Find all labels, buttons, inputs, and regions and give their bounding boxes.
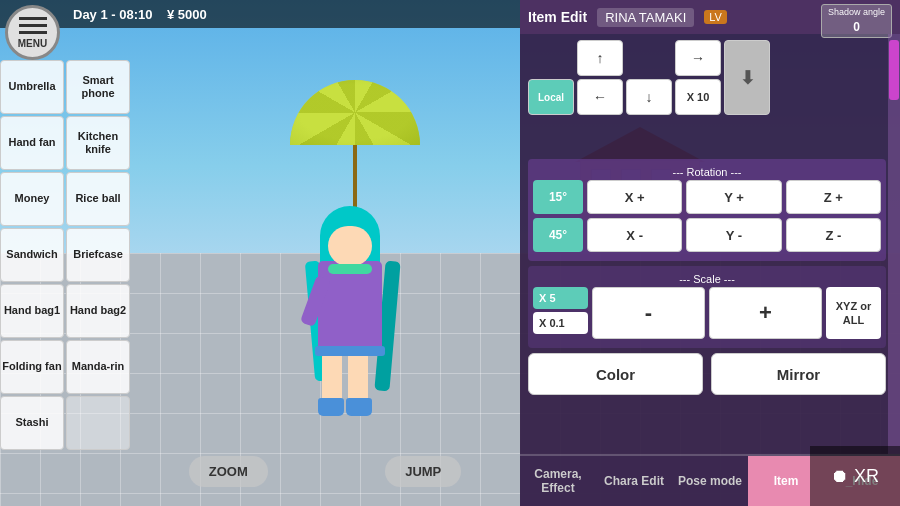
panel-scrollbar[interactable]	[888, 34, 900, 454]
item-row-4: Hand bag1 Hand bag2	[0, 284, 130, 338]
scale-xyz-btn[interactable]: XYZ or ALL	[826, 287, 881, 339]
color-btn[interactable]: Color	[528, 353, 703, 395]
bottom-overlay: ZOOM JUMP	[130, 436, 520, 506]
item-row-3: Sandwich Briefcase	[0, 228, 130, 282]
menu-line-1	[19, 17, 47, 20]
menu-label: MENU	[18, 38, 47, 49]
color-mirror-row: Color Mirror	[528, 353, 886, 395]
scale-controls: X 5 X 0.1 - + XYZ or ALL	[533, 287, 881, 343]
rotation-label: --- Rotation ---	[533, 164, 881, 180]
item-handbag1[interactable]: Hand bag1	[0, 284, 64, 338]
mirror-btn[interactable]: Mirror	[711, 353, 886, 395]
right-panel: Item Edit RINA TAMAKI LV Shadow angle 0 …	[520, 0, 900, 506]
empty-1	[528, 40, 574, 76]
item-empty	[66, 396, 130, 450]
left-item-panel: Umbrella Smart phone Hand fan Kitchen kn…	[0, 60, 130, 450]
local-btn[interactable]: Local	[528, 79, 574, 115]
item-rice-ball[interactable]: Rice ball	[66, 172, 130, 226]
item-smartphone[interactable]: Smart phone	[66, 60, 130, 114]
rotation-row-15: 15° X + Y + Z +	[533, 180, 881, 214]
jump-btn[interactable]: JUMP	[385, 456, 461, 487]
shadow-value: 0	[853, 20, 860, 34]
recorder-widget[interactable]: ⏺ XR	[810, 446, 900, 506]
menu-line-2	[19, 24, 47, 27]
scale-label: --- Scale ---	[533, 271, 881, 287]
scrollbar-thumb[interactable]	[889, 40, 899, 100]
item-row-2: Money Rice ball	[0, 172, 130, 226]
panel-content: ↑ → ⬇ Local ← ↓ X 10 --- Rotation --- 15…	[520, 34, 900, 454]
item-handbag2[interactable]: Hand bag2	[66, 284, 130, 338]
empty-6	[675, 118, 721, 154]
item-row-5: Folding fan Manda-rin	[0, 340, 130, 394]
nav-chara-edit[interactable]: Chara Edit	[596, 456, 672, 506]
z-minus-btn[interactable]: Z -	[786, 218, 881, 252]
scale-multipliers: X 5 X 0.1	[533, 287, 588, 339]
item-row-1: Hand fan Kitchen knife	[0, 116, 130, 170]
scale-minus-btn[interactable]: -	[592, 287, 705, 339]
move-left-btn[interactable]: ←	[577, 79, 623, 115]
shadow-angle-box: Shadow angle 0	[821, 4, 892, 38]
x-minus-btn[interactable]: X -	[587, 218, 682, 252]
nav-pose-mode[interactable]: Pose mode	[672, 456, 748, 506]
x10-btn[interactable]: X 10	[675, 79, 721, 115]
hud-bar: Day 1 - 08:10 ¥ 5000	[0, 0, 520, 28]
currency: ¥ 5000	[167, 7, 207, 22]
item-row-6: Stashi	[0, 396, 130, 450]
movement-controls: ↑ → ⬇ Local ← ↓ X 10	[528, 40, 886, 154]
character	[300, 206, 400, 426]
character-name: RINA TAMAKI	[597, 8, 694, 27]
scale-x01[interactable]: X 0.1	[533, 312, 588, 334]
shadow-label: Shadow angle	[828, 7, 885, 17]
item-money[interactable]: Money	[0, 172, 64, 226]
z-plus-btn[interactable]: Z +	[786, 180, 881, 214]
y-plus-btn[interactable]: Y +	[686, 180, 781, 214]
item-row-0: Umbrella Smart phone	[0, 60, 130, 114]
level-badge: LV	[704, 10, 727, 24]
rotation-section: --- Rotation --- 15° X + Y + Z + 45° X -…	[528, 159, 886, 261]
item-kitchen-knife[interactable]: Kitchen knife	[66, 116, 130, 170]
rotation-row-45: 45° X - Y - Z -	[533, 218, 881, 252]
item-stashi[interactable]: Stashi	[0, 396, 64, 450]
scale-x5[interactable]: X 5	[533, 287, 588, 309]
item-briefcase[interactable]: Briefcase	[66, 228, 130, 282]
empty-4	[577, 118, 623, 154]
scale-plus-btn[interactable]: +	[709, 287, 822, 339]
item-umbrella[interactable]: Umbrella	[0, 60, 64, 114]
y-minus-btn[interactable]: Y -	[686, 218, 781, 252]
menu-button[interactable]: MENU	[5, 5, 60, 60]
umbrella-canopy	[290, 80, 420, 145]
scale-section: --- Scale --- X 5 X 0.1 - + XYZ or ALL	[528, 266, 886, 348]
move-down-btn[interactable]: ↓	[626, 79, 672, 115]
item-sandwich[interactable]: Sandwich	[0, 228, 64, 282]
move-big-down-btn[interactable]: ⬇	[724, 40, 770, 115]
item-folding-fan[interactable]: Folding fan	[0, 340, 64, 394]
item-edit-title: Item Edit	[528, 9, 587, 25]
x-plus-btn[interactable]: X +	[587, 180, 682, 214]
item-mandarin[interactable]: Manda-rin	[66, 340, 130, 394]
nav-camera-effect[interactable]: Camera, Effect	[520, 456, 596, 506]
empty-3	[528, 118, 574, 154]
recorder-icon: ⏺ XR	[831, 466, 879, 487]
panel-header: Item Edit RINA TAMAKI LV Shadow angle 0	[520, 0, 900, 34]
day-time: Day 1 - 08:10	[73, 7, 153, 22]
move-up-btn[interactable]: ↑	[577, 40, 623, 76]
deg-45-btn[interactable]: 45°	[533, 218, 583, 252]
deg-15-btn[interactable]: 15°	[533, 180, 583, 214]
empty-5	[626, 118, 672, 154]
item-hand-fan[interactable]: Hand fan	[0, 116, 64, 170]
move-right-btn[interactable]: →	[675, 40, 721, 76]
empty-2	[626, 40, 672, 76]
zoom-btn[interactable]: ZOOM	[189, 456, 268, 487]
menu-line-3	[19, 31, 47, 34]
